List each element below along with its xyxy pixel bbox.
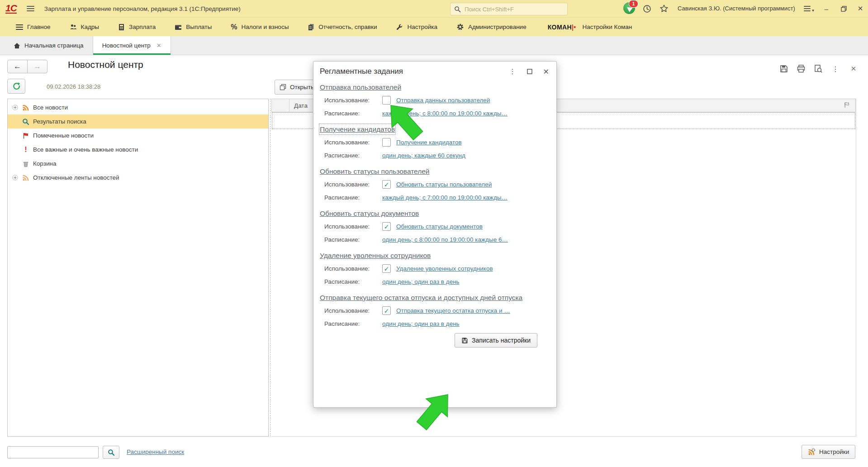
sections-panel: Главное Кадры Зарплата Выплаты % Налоги … [0,17,868,36]
tree-item-trash[interactable]: Корзина [8,157,268,171]
schedule-link[interactable]: каждый день; с 7:00:00 по 19:00:00 кажды… [382,194,508,201]
current-user[interactable]: Савинская З.Ю. (Системный программист) [678,5,795,12]
job-heading-link[interactable]: Получение кандидатов [320,124,395,134]
preview-icon[interactable] [811,63,825,75]
menu-item-settings[interactable]: Настройка [386,18,446,36]
calculator-icon [118,24,125,31]
search-icon [22,118,29,125]
tab-news-center[interactable]: Новостной центр ✕ [93,36,171,55]
job-section-send-users: Отправка пользователей Использование: ✓ … [320,82,549,117]
titlebar: 1С Зарплата и управление персоналом, ред… [0,0,868,17]
dialog-more-icon[interactable]: ⋮ [509,69,516,74]
open-window-icon [280,84,286,91]
schedule-link[interactable]: один день; каждые 60 секунд [382,152,465,159]
save-settings-button[interactable]: Записать настройки [455,333,537,348]
nav-back-button[interactable]: ← [7,60,28,73]
schedule-link[interactable]: один день; один раз в день [382,278,460,285]
menu-icon [16,23,23,31]
usage-checkbox[interactable]: ✓ [382,180,391,189]
job-section-update-doc-statuses: Обновить статусы документов Использовани… [320,209,549,243]
flag-column-icon [844,102,850,110]
menu-item-administration[interactable]: Администрирование [447,18,536,36]
schedule-row: Расписание: один день; каждые 60 секунд [320,152,549,159]
main-menu-icon[interactable] [27,5,34,13]
1c-logo: 1С [5,4,17,14]
tree-item-disabled-feeds[interactable]: Отключенные ленты новостей [8,171,268,185]
news-timestamp: 09.02.2026 18:38:28 [47,83,100,90]
task-link[interactable]: Получение кандидатов [396,139,462,146]
tree-item-flagged-news[interactable]: Помеченные новости [8,129,268,143]
print-icon[interactable] [794,63,808,75]
flag-icon [22,132,29,139]
usage-checkbox[interactable]: ✓ [382,96,391,105]
tree-item-all-news[interactable]: Все новости [8,100,268,114]
window-minimize-button[interactable]: – [820,2,833,15]
menu-item-taxes[interactable]: % Налоги и взносы [221,18,298,36]
schedule-row: Расписание: один день; один раз в день [320,278,549,285]
job-heading-link[interactable]: Отправка текущего остатка отпуска и дост… [320,293,522,302]
tab-close-icon[interactable]: ✕ [157,42,161,49]
menu-item-koman-settings[interactable]: Настройки Коман [583,24,632,30]
window-close-button[interactable]: ✕ [854,2,867,15]
usage-row: Использование: ✓ Получение кандидатов [320,138,549,147]
menu-item-payments[interactable]: Выплаты [165,18,221,36]
schedule-row: Расписание: каждый день; с 8:00:00 по 19… [320,110,549,117]
window-restore-button[interactable] [837,2,850,15]
news-search-input[interactable] [7,446,99,458]
usage-checkbox[interactable]: ✓ [382,138,391,147]
usage-checkbox[interactable]: ✓ [382,306,391,315]
schedule-link[interactable]: один день; один раз в день [382,320,460,327]
schedule-link[interactable]: каждый день; с 8:00:00 по 19:00:00 кажды… [382,110,508,117]
tree-item-search-results[interactable]: Результаты поиска [8,114,268,129]
job-section-update-user-statuses: Обновить статусы пользователей Использов… [320,167,549,201]
favorites-star-icon[interactable] [658,2,670,15]
panel-splitter[interactable] [270,99,270,437]
expand-icon[interactable] [11,105,19,110]
support-connect-icon[interactable]: 1 [623,1,637,15]
usage-checkbox[interactable]: ✓ [382,222,391,231]
news-search-button[interactable] [103,446,119,459]
task-link[interactable]: Обновить статусы пользователей [396,181,492,188]
nav-forward-button[interactable]: → [27,60,47,73]
menu-item-main[interactable]: Главное [6,18,60,36]
tree-item-important-news[interactable]: ! Все важные и очень важные новости [8,143,268,157]
trash-icon [22,160,29,167]
refresh-button[interactable] [7,79,25,94]
menu-item-salary[interactable]: Зарплата [109,18,165,36]
job-heading-link[interactable]: Обновить статусы пользователей [320,167,430,176]
tab-home[interactable]: Начальная страница [5,36,93,55]
dialog-maximize-icon[interactable] [527,69,532,74]
task-link[interactable]: Обновить статусы документов [396,223,483,230]
task-link[interactable]: Отправка данных пользователей [396,97,490,104]
history-icon[interactable] [640,2,653,15]
news-tree: Все новости Результаты поиска Помеченные… [7,99,269,437]
expand-icon[interactable] [11,175,19,181]
schedule-link[interactable]: один день; с 8:00:00 по 19:00:00 каждые … [382,236,508,243]
job-heading-link[interactable]: Удаление уволенных сотрудников [320,251,431,260]
job-heading-link[interactable]: Обновить статусы документов [320,209,419,218]
usage-checkbox[interactable]: ✓ [382,264,391,273]
tab-bar: Начальная страница Новостной центр ✕ [0,36,868,55]
save-icon[interactable] [777,63,791,75]
global-search[interactable] [450,3,568,15]
notification-badge: 1 [629,0,638,8]
task-link[interactable]: Удаление уволенных сотрудников [396,265,493,272]
news-settings-button[interactable]: Настройки [802,445,855,459]
dialog-title: Регламентные задания [320,67,403,76]
dialog-close-icon[interactable]: ✕ [543,67,549,76]
global-search-input[interactable] [464,5,551,13]
more-actions-icon[interactable]: ⋮ [829,63,842,75]
rss-gear-icon [808,448,816,456]
menu-item-hr[interactable]: Кадры [60,18,109,36]
close-page-icon[interactable]: ✕ [847,63,860,75]
menu-item-reports[interactable]: Отчетность, справки [298,18,386,36]
schedule-row: Расписание: один день; с 8:00:00 по 19:0… [320,236,549,243]
advanced-search-link[interactable]: Расширенный поиск [127,448,184,455]
gear-icon [456,23,464,31]
job-heading-link[interactable]: Отправка пользователей [320,82,401,92]
usage-row: Использование: ✓ Обновить статусы докуме… [320,222,549,231]
task-link[interactable]: Отправка текущего остатка отпуска и … [396,307,510,314]
list-header-date-column[interactable]: Дата [289,102,308,109]
usage-row: Использование: ✓ Отправка текущего остат… [320,306,549,315]
service-menu-icon[interactable]: ▼ [802,2,816,15]
